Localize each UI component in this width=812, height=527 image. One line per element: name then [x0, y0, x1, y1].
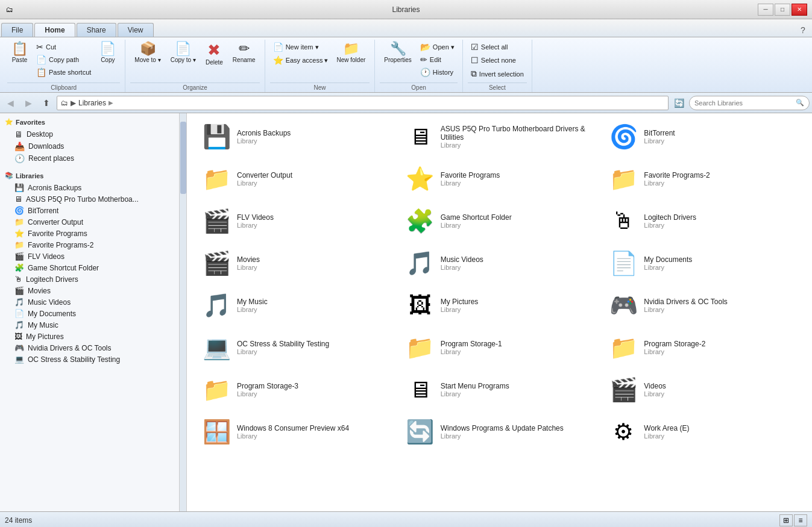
tab-file[interactable]: File	[1, 23, 33, 37]
sidebar-scrollbar-thumb[interactable]	[180, 122, 186, 194]
help-button[interactable]: ?	[796, 23, 810, 37]
sidebar-item-oc-stress[interactable]: 💻OC Stress & Stability Testing	[0, 354, 179, 365]
sidebar-item-my-documents[interactable]: 📄My Documents	[0, 308, 179, 319]
library-item-converter-output[interactable]: 📁 Converter Output Library	[197, 160, 395, 198]
invert-selection-button[interactable]: ⧉ Invert selection	[468, 67, 527, 80]
library-item-program-storage-1[interactable]: 📁 Program Storage-1 Library	[400, 329, 599, 366]
paste-icon: 📋	[11, 42, 28, 55]
library-item-logitech-drivers[interactable]: 🖱 Logitech Drivers Library	[603, 202, 802, 240]
sidebar-item-flv-videos[interactable]: 🎬FLV Videos	[0, 251, 179, 262]
view-large-icons[interactable]: ⊞	[779, 514, 793, 526]
new-item-button[interactable]: 📄 New item ▾	[270, 41, 332, 53]
game-shortcut-icon: 🧩	[406, 207, 435, 235]
sidebar-item-music-videos[interactable]: 🎵Music Videos	[0, 296, 179, 308]
rename-button[interactable]: ✏ Rename	[228, 40, 260, 66]
library-item-acronis-backups[interactable]: 💾 Acronis Backups Library	[197, 118, 395, 155]
close-button[interactable]: ✕	[792, 4, 807, 16]
view-list[interactable]: ≡	[794, 514, 807, 526]
sidebar-item-my-pictures[interactable]: 🖼My Pictures	[0, 331, 179, 342]
search-input[interactable]	[694, 99, 793, 107]
logitech-drivers-type: Library	[644, 222, 696, 229]
back-button[interactable]: ◀	[2, 96, 18, 110]
sidebar-item-converter-output[interactable]: 📁Converter Output	[0, 216, 179, 228]
copy-to-button[interactable]: 📄 Copy to ▾	[166, 40, 200, 66]
sidebar-item-recent-places[interactable]: 🕐 Recent places	[0, 152, 179, 164]
sidebar-item-my-music[interactable]: 🎵My Music	[0, 319, 179, 331]
library-item-windows-8[interactable]: 🪟 Windows 8 Consumer Preview x64 Library	[197, 413, 395, 451]
refresh-button[interactable]: 🔄	[671, 96, 687, 110]
sidebar-item-movies[interactable]: 🎬Movies	[0, 285, 179, 296]
library-item-movies[interactable]: 🎬 Movies Library	[197, 245, 395, 282]
library-item-program-storage-3[interactable]: 📁 Program Storage-3 Library	[197, 371, 395, 408]
library-item-asus-p5q[interactable]: 🖥 ASUS P5Q Pro Turbo Motherboard Drivers…	[400, 118, 599, 155]
open-button[interactable]: 📂 Open ▾	[417, 41, 458, 53]
converter-output-type: Library	[237, 179, 292, 187]
sidebar-item-favorite-programs-2[interactable]: 📁Favorite Programs-2	[0, 239, 179, 251]
forward-button[interactable]: ▶	[20, 96, 36, 110]
asus-p5q-icon: 🖥	[406, 122, 435, 151]
tab-view[interactable]: View	[118, 23, 154, 37]
favorites-header[interactable]: ⭐ Favorites	[0, 116, 179, 128]
maximize-button[interactable]: □	[775, 4, 790, 16]
my-documents-info: My Documents Library	[644, 255, 692, 271]
cut-button[interactable]: ✂ Cut	[33, 41, 94, 53]
invert-selection-label: Invert selection	[479, 70, 524, 78]
sidebar-item-bittorrent[interactable]: 🌀BitTorrent	[0, 205, 179, 216]
history-button[interactable]: 🕐 History	[417, 66, 458, 78]
address-input[interactable]: 🗂 ▶ Libraries ▶	[57, 96, 669, 110]
library-item-my-documents[interactable]: 📄 My Documents Library	[603, 245, 802, 282]
libraries-header[interactable]: 📚 Libraries	[0, 169, 179, 182]
library-item-favorite-programs[interactable]: ⭐ Favorite Programs Library	[400, 160, 599, 198]
sidebar-item-game-shortcut[interactable]: 🧩Game Shortcut Folder	[0, 262, 179, 273]
minimize-button[interactable]: ─	[758, 4, 773, 16]
library-item-oc-stress[interactable]: 💻 OC Stress & Stability Testing Library	[197, 329, 395, 366]
delete-button[interactable]: ✖ Delete	[201, 40, 227, 68]
library-item-start-menu[interactable]: 🖥 Start Menu Programs Library	[400, 371, 599, 408]
sidebar-item-downloads[interactable]: 📥 Downloads	[0, 140, 179, 152]
flv-videos-name: FLV Videos	[237, 213, 274, 222]
paste-button[interactable]: 📋 Paste	[7, 40, 32, 66]
select-none-button[interactable]: ☐ Select none	[468, 54, 527, 66]
library-item-bittorrent[interactable]: 🌀 BitTorrent Library	[603, 118, 802, 155]
sidebar-scrollbar[interactable]	[179, 113, 186, 511]
library-item-game-shortcut[interactable]: 🧩 Game Shortcut Folder Library	[400, 202, 599, 240]
sidebar-item-nvidia-drivers[interactable]: 🎮Nvidia Drivers & OC Tools	[0, 342, 179, 354]
select-all-button[interactable]: ☑ Select all	[468, 41, 527, 53]
up-button[interactable]: ⬆	[39, 96, 54, 110]
sidebar-item-logitech-drivers[interactable]: 🖱Logitech Drivers	[0, 273, 179, 285]
library-item-music-videos[interactable]: 🎵 Music Videos Library	[400, 245, 599, 282]
select-none-icon: ☐	[471, 55, 479, 65]
edit-button[interactable]: ✏ Edit	[417, 54, 458, 66]
libraries-icon: 📚	[5, 172, 13, 179]
windows-programs-info: Windows Programs & Update Patches Librar…	[441, 424, 564, 440]
tab-share[interactable]: Share	[77, 23, 116, 37]
converter-output-info: Converter Output Library	[237, 171, 292, 187]
library-item-videos[interactable]: 🎬 Videos Library	[603, 371, 802, 408]
properties-button[interactable]: 🔧 Properties	[380, 40, 416, 66]
library-item-nvidia-drivers[interactable]: 🎮 Nvidia Drivers & OC Tools Library	[603, 287, 802, 324]
sidebar-item-acronis-backups[interactable]: 💾Acronis Backups	[0, 182, 179, 193]
new-folder-button[interactable]: 📁 New folder	[332, 40, 370, 66]
library-item-program-storage-2[interactable]: 📁 Program Storage-2 Library	[603, 329, 802, 366]
paste-shortcut-button[interactable]: 📋 Paste shortcut	[33, 66, 94, 78]
bittorrent-info: BitTorrent Library	[644, 129, 675, 145]
library-item-work-area[interactable]: ⚙ Work Area (E) Library	[603, 413, 802, 451]
easy-access-button[interactable]: ⭐ Easy access ▾	[270, 54, 332, 66]
library-item-favorite-programs-2[interactable]: 📁 Favorite Programs-2 Library	[603, 160, 802, 198]
library-item-windows-programs[interactable]: 🔄 Windows Programs & Update Patches Libr…	[400, 413, 599, 451]
copy-path-button[interactable]: 📄 Copy path	[33, 54, 94, 66]
sidebar-item-desktop[interactable]: 🖥 Desktop	[0, 128, 179, 140]
move-to-button[interactable]: 📦 Move to ▾	[130, 40, 165, 66]
address-path-icon: 🗂	[61, 99, 68, 107]
sidebar-item-favorite-programs[interactable]: ⭐Favorite Programs	[0, 228, 179, 239]
sidebar-item-asus-p5q[interactable]: 🖥ASUS P5Q Pro Turbo Motherboa...	[0, 193, 179, 205]
library-item-flv-videos[interactable]: 🎬 FLV Videos Library	[197, 202, 395, 240]
copy-button[interactable]: 📄 Copy	[95, 40, 120, 66]
desktop-label: Desktop	[27, 130, 53, 139]
favorite-programs-info: Favorite Programs Library	[441, 171, 500, 187]
tab-home[interactable]: Home	[34, 23, 75, 37]
library-item-my-music[interactable]: 🎵 My Music Library	[197, 287, 395, 324]
bittorrent-icon: 🌀	[609, 122, 638, 151]
recent-places-label: Recent places	[28, 154, 74, 163]
library-item-my-pictures[interactable]: 🖼 My Pictures Library	[400, 287, 599, 324]
